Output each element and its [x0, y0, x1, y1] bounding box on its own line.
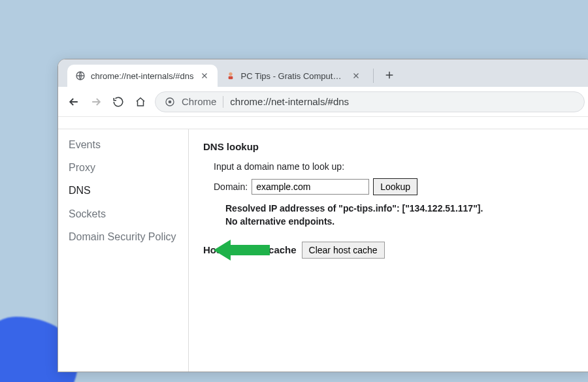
annotation-arrow-icon	[214, 237, 270, 263]
dns-result-line1: Resolved IP addresses of "pc-tips.info":…	[225, 202, 580, 215]
chrome-product-icon	[165, 97, 175, 107]
net-internals-body: Events Proxy DNS Sockets Domain Security…	[58, 129, 588, 372]
domain-label: Domain:	[214, 182, 248, 192]
sidebar-item-dns[interactable]: DNS	[69, 179, 188, 202]
svg-point-1	[229, 72, 232, 76]
main-panel: DNS lookup Input a domain name to look u…	[189, 129, 588, 372]
dns-result-line2: No alternative endpoints.	[225, 215, 580, 228]
tab-pc-tips[interactable]: PC Tips - Gratis Computer Tips, in	[218, 65, 369, 87]
close-icon[interactable]	[199, 71, 210, 81]
globe-icon	[75, 71, 86, 81]
new-tab-button[interactable]	[380, 66, 399, 84]
reload-button[interactable]	[110, 94, 126, 110]
omnibox-chip-label: Chrome	[182, 96, 216, 107]
sidebar-item-events[interactable]: Events	[69, 133, 188, 156]
host-resolver-cache-row: Host resolver cache Clear host cache	[203, 242, 580, 259]
toolbar: Chrome chrome://net-internals/#dns	[58, 87, 588, 117]
domain-input[interactable]	[252, 179, 369, 195]
close-icon[interactable]	[351, 71, 361, 81]
lookup-button[interactable]: Lookup	[373, 178, 417, 195]
sidebar-item-domain-security-policy[interactable]: Domain Security Policy	[69, 225, 188, 248]
forward-button[interactable]	[88, 94, 104, 110]
tab-strip: chrome://net-internals/#dns PC Tips - Gr…	[58, 59, 588, 87]
tab-title: chrome://net-internals/#dns	[91, 71, 194, 81]
omnibox-url: chrome://net-internals/#dns	[230, 96, 349, 107]
svg-marker-5	[214, 240, 270, 261]
dns-hint: Input a domain name to look up:	[214, 161, 580, 172]
omnibox-separator	[223, 96, 223, 108]
tab-separator	[373, 69, 374, 83]
tab-title: PC Tips - Gratis Computer Tips, in	[241, 71, 346, 81]
sidebar-item-sockets[interactable]: Sockets	[69, 202, 188, 225]
clear-host-cache-button[interactable]: Clear host cache	[302, 242, 385, 259]
dns-result: Resolved IP addresses of "pc-tips.info":…	[225, 202, 580, 229]
back-button[interactable]	[66, 94, 82, 110]
site-favicon	[225, 71, 236, 81]
svg-point-4	[169, 100, 172, 103]
home-button[interactable]	[133, 94, 148, 110]
domain-row: Domain: Lookup	[214, 178, 580, 195]
address-bar[interactable]: Chrome chrome://net-internals/#dns	[155, 91, 585, 112]
sidebar-item-proxy[interactable]: Proxy	[69, 156, 188, 179]
chrome-window: chrome://net-internals/#dns PC Tips - Gr…	[57, 59, 588, 372]
tab-net-internals[interactable]: chrome://net-internals/#dns	[67, 65, 218, 87]
dns-section-title: DNS lookup	[203, 141, 580, 152]
sidebar: Events Proxy DNS Sockets Domain Security…	[58, 129, 189, 372]
svg-rect-2	[228, 76, 233, 80]
